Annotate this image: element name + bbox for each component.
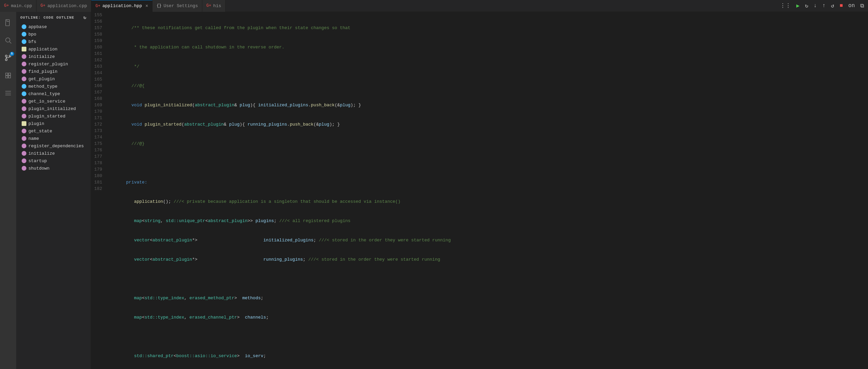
- run-button[interactable]: ▶: [795, 1, 801, 10]
- sidebar-item-get-plugin[interactable]: get_plugin: [16, 75, 91, 83]
- line-num: 176: [91, 147, 102, 153]
- circle-icon: [22, 62, 26, 66]
- split-editor-button[interactable]: ⧉: [859, 1, 865, 10]
- line-num: 167: [91, 89, 102, 95]
- square-icon: [22, 47, 26, 51]
- stop-button[interactable]: ■: [838, 1, 844, 10]
- code-line-164: application(); ///< private because appl…: [110, 198, 868, 205]
- tab-main-cpp[interactable]: G+ main.cpp: [0, 0, 37, 12]
- sidebar-item-label: application: [28, 47, 58, 52]
- sidebar-item-find-plugin[interactable]: find_plugin: [16, 68, 91, 75]
- sidebar-item-register-plugin[interactable]: register_plugin: [16, 60, 91, 68]
- refresh-outline-button[interactable]: ↻: [84, 15, 87, 20]
- line-num: 160: [91, 44, 102, 50]
- tab-user-settings[interactable]: {} User Settings: [153, 0, 202, 12]
- sidebar: OUTLINE: CODE OUTLINE ↻ appbase bpo bfs …: [16, 12, 91, 369]
- activity-search[interactable]: [0, 32, 16, 48]
- activity-source-control[interactable]: 5: [0, 50, 16, 66]
- tab-history[interactable]: G+ his: [202, 0, 226, 12]
- code-line-157: */: [110, 63, 868, 70]
- circle-icon: [22, 91, 26, 96]
- sidebar-item-get-state[interactable]: get_state: [16, 127, 91, 135]
- svg-line-2: [9, 42, 11, 43]
- line-num: 180: [91, 173, 102, 179]
- tab-application-cpp[interactable]: G+ application.cpp: [37, 0, 91, 12]
- line-num: 169: [91, 102, 102, 108]
- sidebar-item-initialize[interactable]: initialize: [16, 53, 91, 60]
- download-button[interactable]: ↓: [812, 1, 818, 10]
- circle-icon: [22, 144, 26, 148]
- code-line-166: vector<abstract_plugin*> initialized_plu…: [110, 237, 868, 243]
- refresh-button[interactable]: ↻: [804, 1, 810, 10]
- sidebar-item-label: register_dependencies: [28, 144, 84, 149]
- code-line-159: void plugin_initialized(abstract_plugin&…: [110, 102, 868, 108]
- svg-point-4: [5, 59, 7, 61]
- sidebar-item-plugin-initialized[interactable]: plugin_initialized: [16, 105, 91, 112]
- line-num: 166: [91, 83, 102, 89]
- activity-outline[interactable]: [0, 85, 16, 101]
- sidebar-item-shutdown[interactable]: shutdown: [16, 165, 91, 172]
- circle-icon: [22, 77, 26, 81]
- sidebar-item-name[interactable]: name: [16, 135, 91, 142]
- sidebar-item-label: get_io_service: [28, 99, 65, 104]
- sidebar-item-label: appbase: [28, 24, 47, 29]
- sidebar-title: OUTLINE: CODE OUTLINE: [20, 16, 74, 20]
- sidebar-item-bpo[interactable]: bpo: [16, 30, 91, 38]
- sidebar-item-register-dependencies[interactable]: register_dependencies: [16, 142, 91, 150]
- tab-label: application.hpp: [102, 3, 142, 8]
- sidebar-item-plugin-started[interactable]: plugin_started: [16, 112, 91, 120]
- sidebar-item-label: plugin: [28, 121, 44, 126]
- code-line-171: [110, 333, 868, 340]
- code-line-160: void plugin_started(abstract_plugin& plu…: [110, 121, 868, 128]
- line-num: 156: [91, 18, 102, 25]
- circle-icon: [22, 32, 26, 37]
- sidebar-item-channel-type[interactable]: channel_type: [16, 90, 91, 97]
- line-num: 175: [91, 140, 102, 147]
- sidebar-item-method-type[interactable]: method_type: [16, 83, 91, 90]
- line-num: 164: [91, 70, 102, 76]
- sidebar-item-label: method_type: [28, 84, 58, 89]
- circle-icon: [22, 54, 26, 59]
- circle-icon: [22, 69, 26, 74]
- code-container[interactable]: 155 156 157 158 159 160 161 162 163 164 …: [91, 12, 868, 369]
- sidebar-item-label: startup: [28, 158, 47, 164]
- upload-button[interactable]: ↑: [821, 1, 827, 10]
- code-line-156: * the application can call shutdown in t…: [110, 44, 868, 50]
- square-icon: [22, 121, 26, 126]
- activity-files[interactable]: [0, 15, 16, 31]
- sidebar-item-plugin[interactable]: plugin: [16, 120, 91, 127]
- line-num: 173: [91, 128, 102, 134]
- toolbar-right: ⋮⋮ ▶ ↻ ↓ ↑ ↺ ■ on ⧉: [779, 1, 868, 10]
- dots-icon[interactable]: ⋮⋮: [779, 1, 792, 10]
- line-num: 170: [91, 108, 102, 115]
- circle-icon: [22, 114, 26, 118]
- main-area: 5 OUTLINE: CODE OUTLINE ↻ appbase bpo: [0, 12, 868, 369]
- sidebar-item-initialize2[interactable]: initialize: [16, 150, 91, 157]
- sidebar-item-application[interactable]: application: [16, 45, 91, 53]
- line-num: 172: [91, 121, 102, 128]
- sidebar-item-get-io-service[interactable]: get_io_service: [16, 97, 91, 105]
- line-num: 182: [91, 186, 102, 192]
- tab-label: User Settings: [164, 3, 198, 8]
- sidebar-header: OUTLINE: CODE OUTLINE ↻: [16, 12, 91, 22]
- tab-application-hpp[interactable]: G+ application.hpp ×: [91, 0, 153, 12]
- circle-icon: [22, 99, 26, 104]
- revert-button[interactable]: ↺: [830, 1, 836, 10]
- sidebar-item-bfs[interactable]: bfs: [16, 38, 91, 45]
- sidebar-item-startup[interactable]: startup: [16, 157, 91, 165]
- sidebar-item-appbase[interactable]: appbase: [16, 23, 91, 30]
- braces-icon: {}: [157, 3, 161, 8]
- line-num: 177: [91, 153, 102, 160]
- circle-icon: [22, 151, 26, 156]
- line-num: 179: [91, 166, 102, 173]
- sidebar-item-label: get_plugin: [28, 77, 55, 82]
- circle-icon: [22, 166, 26, 171]
- line-num: 158: [91, 31, 102, 38]
- line-num: 171: [91, 115, 102, 121]
- close-tab-button[interactable]: ×: [145, 3, 148, 9]
- activity-bar: 5: [0, 12, 16, 369]
- line-num: 163: [91, 63, 102, 70]
- activity-extensions[interactable]: [0, 67, 16, 84]
- code-line-167: vector<abstract_plugin*> running_plugins…: [110, 256, 868, 263]
- sidebar-item-label: channel_type: [28, 91, 60, 96]
